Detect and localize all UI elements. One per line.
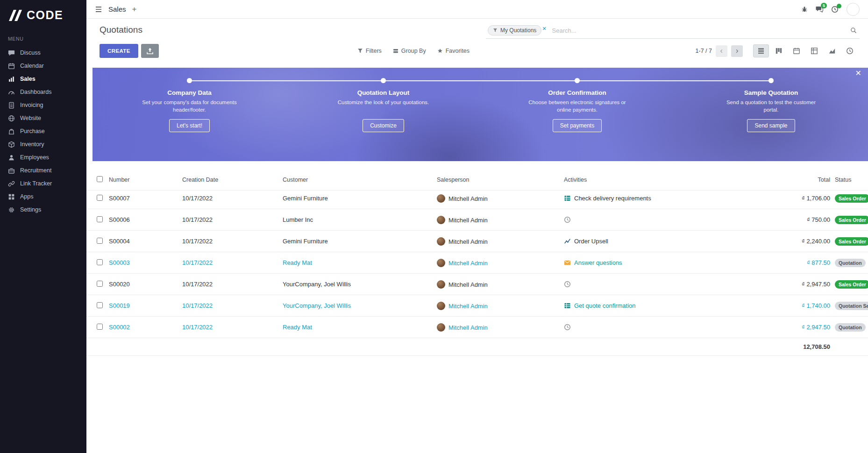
gear-icon	[8, 206, 15, 213]
search-filter-chip[interactable]: My Quotations	[488, 25, 541, 35]
app-title[interactable]: Sales	[108, 5, 126, 13]
apps-grid-icon	[8, 193, 15, 200]
row-checkbox[interactable]	[97, 259, 103, 265]
search-bar[interactable]: My Quotations ✕	[486, 25, 860, 39]
messages-icon[interactable]: 5	[816, 6, 823, 13]
sidebar-item-recruitment[interactable]: Recruitment	[0, 164, 86, 177]
graph-view-button[interactable]	[824, 44, 840, 57]
debug-bug-icon[interactable]	[801, 6, 808, 13]
step-dot	[575, 78, 580, 83]
salesperson-avatar	[437, 302, 445, 310]
activity-badge	[837, 4, 841, 8]
filters-button[interactable]: Filters	[357, 48, 382, 54]
table-row[interactable]: S00003 10/17/2022 Ready Mat Mitchell Adm…	[86, 252, 868, 274]
column-header-activities[interactable]: Activities	[564, 177, 765, 183]
list-view-button[interactable]	[753, 44, 769, 57]
table-row[interactable]: S00006 10/17/2022 Lumber Inc Mitchell Ad…	[86, 209, 868, 231]
row-checkbox[interactable]	[97, 195, 103, 201]
schedule-activity-clock-icon[interactable]	[564, 216, 571, 223]
activity-view-button[interactable]	[842, 44, 858, 57]
table-row[interactable]: S00007 10/17/2022 Gemini Furniture Mitch…	[86, 188, 868, 209]
table-row[interactable]: S00019 10/17/2022 YourCompany, Joel Will…	[86, 295, 868, 317]
activities-clock-icon[interactable]	[831, 6, 839, 13]
set-payments-button[interactable]: Set payments	[553, 119, 602, 132]
column-header-status[interactable]: Status	[835, 177, 868, 183]
status-badge: Sales Order	[835, 194, 868, 203]
row-checkbox[interactable]	[97, 238, 103, 244]
sidebar-item-sales[interactable]: Sales	[0, 72, 86, 85]
schedule-activity-clock-icon[interactable]	[564, 324, 571, 331]
table-row[interactable]: S00004 10/17/2022 Gemini Furniture Mitch…	[86, 231, 868, 252]
sidebar-item-purchase[interactable]: Purchase	[0, 125, 86, 138]
pager-next-button[interactable]	[731, 45, 743, 57]
pager-previous-button[interactable]	[716, 45, 727, 57]
creation-date: 10/17/2022	[182, 302, 283, 309]
activity-text[interactable]: Order Upsell	[574, 238, 608, 245]
calendar-icon	[8, 63, 15, 70]
remove-filter-icon[interactable]: ✕	[542, 26, 546, 32]
column-header-customer[interactable]: Customer	[283, 177, 437, 183]
close-icon[interactable]: ✕	[855, 70, 861, 77]
table-row[interactable]: S00002 10/17/2022 Ready Mat Mitchell Adm…	[86, 317, 868, 338]
row-checkbox[interactable]	[97, 216, 103, 222]
activity-text[interactable]: Answer questions	[574, 259, 622, 266]
schedule-activity-clock-icon[interactable]	[564, 281, 571, 288]
sidebar-item-label: Website	[20, 115, 41, 121]
salesperson-name: Mitchell Admin	[448, 281, 488, 288]
row-checkbox[interactable]	[97, 281, 103, 287]
group-by-button[interactable]: Group By	[393, 48, 426, 54]
activity-text[interactable]: Get quote confirmation	[574, 302, 636, 309]
search-icon[interactable]	[850, 27, 857, 34]
create-button[interactable]: CREATE	[100, 44, 138, 58]
activity-table-icon	[564, 195, 571, 202]
row-checkbox[interactable]	[97, 302, 103, 308]
send-sample-button[interactable]: Send sample	[747, 119, 795, 132]
sidebar-item-website[interactable]: Website	[0, 112, 86, 125]
calendar-view-button[interactable]	[789, 44, 804, 57]
column-header-number[interactable]: Number	[109, 177, 182, 183]
activity-text[interactable]: Check delivery requirements	[574, 195, 651, 202]
favorites-label: Favorites	[446, 48, 470, 54]
pivot-view-button[interactable]	[806, 44, 822, 57]
sidebar-item-label: Apps	[20, 193, 34, 200]
user-avatar[interactable]	[847, 3, 860, 16]
sidebar-item-invoicing[interactable]: Invoicing	[0, 99, 86, 112]
status-badge: Sales Order	[835, 216, 868, 224]
sidebar-item-settings[interactable]: Settings	[0, 203, 86, 216]
select-all-checkbox[interactable]	[97, 176, 103, 182]
footer-total: 12,708.50	[765, 343, 835, 350]
column-header-salesperson[interactable]: Salesperson	[437, 177, 564, 183]
salesperson-avatar	[437, 194, 445, 203]
favorites-button[interactable]: Favorites	[437, 48, 470, 54]
search-input[interactable]	[551, 27, 850, 35]
step-description: Send a quotation to test the customer po…	[721, 99, 821, 113]
add-tab-icon[interactable]: +	[132, 5, 137, 13]
hamburger-menu-icon[interactable]	[95, 6, 102, 13]
sidebar-item-employees[interactable]: Employees	[0, 151, 86, 164]
upload-button[interactable]	[141, 44, 159, 58]
column-header-total[interactable]: Total	[765, 177, 835, 183]
sidebar-item-dashboards[interactable]: Dashboards	[0, 85, 86, 99]
sidebar-item-discuss[interactable]: Discuss	[0, 46, 86, 59]
salesperson-avatar	[437, 237, 445, 246]
status-badge: Quotation	[835, 323, 866, 332]
sidebar-item-calendar[interactable]: Calendar	[0, 59, 86, 72]
status-badge: Sales Order	[835, 280, 868, 289]
sidebar-item-inventory[interactable]: Inventory	[0, 138, 86, 151]
quotation-number: S00020	[109, 281, 182, 288]
row-checkbox[interactable]	[97, 324, 103, 330]
customize-button[interactable]: Customize	[363, 119, 404, 132]
table-row[interactable]: S00020 10/17/2022 YourCompany, Joel Will…	[86, 274, 868, 295]
lets-start-button[interactable]: Let's start!	[169, 119, 210, 132]
customer-name: Ready Mat	[283, 324, 437, 331]
sidebar-item-link-tracker[interactable]: Link Tracker	[0, 177, 86, 190]
step-dot	[381, 78, 386, 83]
app-logo[interactable]: CODE	[0, 0, 86, 36]
salesperson-name: Mitchell Admin	[448, 260, 488, 267]
activity-chart-icon	[564, 238, 571, 245]
step-title: Sample Quotation	[744, 89, 798, 96]
column-header-creation-date[interactable]: Creation Date	[182, 177, 283, 183]
upload-icon	[146, 47, 154, 55]
kanban-view-button[interactable]	[771, 44, 787, 57]
sidebar-item-apps[interactable]: Apps	[0, 190, 86, 203]
